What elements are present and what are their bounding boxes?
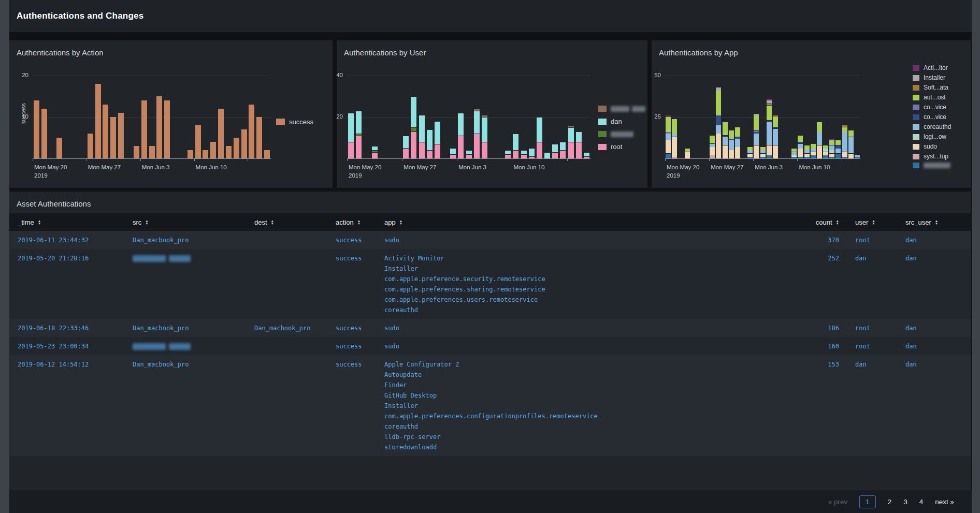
pagination-page[interactable]: 4 bbox=[919, 498, 924, 506]
sort-icon[interactable]: ▲▼ bbox=[271, 219, 274, 225]
bar-segment[interactable] bbox=[823, 149, 828, 152]
column-header-user[interactable]: user▲▼ bbox=[839, 218, 897, 226]
bar-segment[interactable] bbox=[458, 113, 464, 136]
cell-app[interactable]: Activity MonitorInstallercom.apple.prefe… bbox=[376, 249, 796, 319]
app-value[interactable]: Autoupdate bbox=[384, 370, 796, 380]
legend-item[interactable]: syst...tup bbox=[913, 153, 951, 160]
bar-segment[interactable] bbox=[474, 111, 480, 134]
legend-item[interactable]: dan bbox=[598, 118, 645, 125]
pagination-page[interactable]: 2 bbox=[888, 498, 892, 506]
bar-segment[interactable] bbox=[767, 121, 772, 122]
cell-user[interactable]: dan bbox=[839, 355, 897, 456]
bar-segment[interactable] bbox=[372, 151, 378, 153]
bar-segment[interactable] bbox=[754, 134, 759, 145]
pagination-next[interactable]: next » bbox=[935, 498, 954, 506]
bar-segment[interactable] bbox=[773, 117, 778, 127]
bar-segment[interactable] bbox=[811, 149, 816, 152]
bar-segment[interactable] bbox=[747, 147, 753, 150]
cell-user[interactable]: dan bbox=[839, 249, 897, 319]
bar-segment[interactable] bbox=[505, 155, 511, 159]
bar-segment[interactable] bbox=[568, 142, 574, 159]
bar-segment[interactable] bbox=[723, 137, 728, 145]
app-value[interactable]: Apple Configurator 2 bbox=[384, 359, 796, 370]
bar-segment[interactable] bbox=[568, 126, 574, 128]
bar-segment[interactable] bbox=[482, 118, 487, 142]
column-header-time[interactable]: _time▲▼ bbox=[9, 218, 124, 226]
bar-segment[interactable] bbox=[356, 136, 362, 159]
app-value[interactable]: com.apple.preferences.configurationprofi… bbox=[384, 411, 796, 421]
bar-segment[interactable] bbox=[760, 154, 766, 157]
bar-segment[interactable] bbox=[848, 130, 854, 137]
app-value[interactable]: lldb-rpc-server bbox=[384, 432, 796, 442]
bar-segment[interactable] bbox=[552, 153, 558, 159]
bar-segment[interactable] bbox=[754, 130, 759, 132]
sort-icon[interactable]: ▲▼ bbox=[399, 219, 402, 225]
column-header-dest[interactable]: dest▲▼ bbox=[246, 218, 327, 226]
bar-segment[interactable] bbox=[584, 153, 589, 157]
bar-segment[interactable] bbox=[773, 127, 778, 129]
cell-srcuser[interactable]: dan bbox=[897, 319, 971, 337]
legend-item[interactable]: success bbox=[276, 118, 313, 126]
legend-item[interactable]: logi...ow bbox=[913, 133, 951, 140]
cell-dest[interactable]: Dan_macbook_pro bbox=[246, 319, 327, 337]
bar-segment[interactable] bbox=[835, 149, 841, 153]
sort-icon[interactable]: ▲▼ bbox=[872, 219, 875, 225]
bar-segment[interactable] bbox=[716, 91, 721, 115]
bar-segment[interactable] bbox=[791, 152, 797, 155]
bar-segment[interactable] bbox=[403, 136, 409, 149]
bar-segment[interactable] bbox=[466, 151, 472, 155]
bar-segment[interactable] bbox=[95, 84, 101, 158]
bar-segment[interactable] bbox=[149, 146, 155, 158]
cell-time[interactable]: 2019-06-11 23:44:32 bbox=[9, 231, 124, 249]
bar-segment[interactable] bbox=[427, 151, 433, 159]
bar-segment[interactable] bbox=[419, 142, 425, 159]
bar-segment[interactable] bbox=[513, 151, 518, 159]
bar-segment[interactable] bbox=[88, 134, 93, 158]
legend-item[interactable] bbox=[598, 106, 645, 112]
bar-segment[interactable] bbox=[210, 142, 216, 158]
bar-segment[interactable] bbox=[735, 137, 740, 139]
cell-srcuser[interactable]: dan bbox=[897, 355, 971, 456]
bar-segment[interactable] bbox=[729, 150, 734, 158]
cell-action[interactable]: success bbox=[327, 231, 376, 249]
bar-segment[interactable] bbox=[767, 106, 772, 120]
bar-segment[interactable] bbox=[356, 111, 362, 134]
bar-segment[interactable] bbox=[134, 146, 139, 158]
app-value[interactable]: Installer bbox=[384, 401, 796, 411]
bar-segment[interactable] bbox=[164, 100, 170, 158]
bar-segment[interactable] bbox=[848, 154, 854, 158]
app-value[interactable]: sudo bbox=[384, 323, 796, 333]
bar-segment[interactable] bbox=[829, 145, 834, 150]
cell-count[interactable]: 252 bbox=[796, 249, 839, 319]
cell-srcuser[interactable]: dan bbox=[897, 337, 971, 355]
cell-user[interactable]: root bbox=[839, 337, 897, 355]
bar-segment[interactable] bbox=[798, 149, 803, 157]
bar-segment[interactable] bbox=[537, 118, 542, 142]
bar-segment[interactable] bbox=[450, 149, 456, 155]
bar-segment[interactable] bbox=[754, 145, 759, 158]
bar-segment[interactable] bbox=[672, 134, 677, 137]
bar-segment[interactable] bbox=[666, 140, 671, 153]
column-header-app[interactable]: app▲▼ bbox=[376, 218, 796, 226]
cell-srcuser[interactable]: dan bbox=[897, 249, 971, 319]
app-value[interactable]: sudo bbox=[384, 235, 796, 245]
bar-segment[interactable] bbox=[466, 155, 472, 159]
bar-segment[interactable] bbox=[156, 96, 162, 158]
bar-segment[interactable] bbox=[798, 136, 803, 142]
bar-segment[interactable] bbox=[823, 152, 828, 155]
bar-segment[interactable] bbox=[685, 149, 690, 152]
cell-user[interactable]: root bbox=[839, 231, 897, 249]
bar-segment[interactable] bbox=[34, 100, 39, 158]
bar-segment[interactable] bbox=[798, 142, 803, 143]
bar-segment[interactable] bbox=[118, 113, 124, 158]
legend-item[interactable]: Acti...itor bbox=[913, 64, 951, 71]
app-value[interactable]: storedownloadd bbox=[384, 442, 796, 452]
bar-segment[interactable] bbox=[666, 115, 671, 117]
bar-segment[interactable] bbox=[729, 139, 734, 140]
bar-segment[interactable] bbox=[544, 153, 550, 159]
cell-src[interactable]: Dan_macbook_pro bbox=[124, 231, 246, 249]
bar-segment[interactable] bbox=[716, 125, 721, 134]
bar-segment[interactable] bbox=[521, 151, 527, 155]
bar-segment[interactable] bbox=[723, 145, 728, 158]
bar-segment[interactable] bbox=[411, 128, 416, 132]
